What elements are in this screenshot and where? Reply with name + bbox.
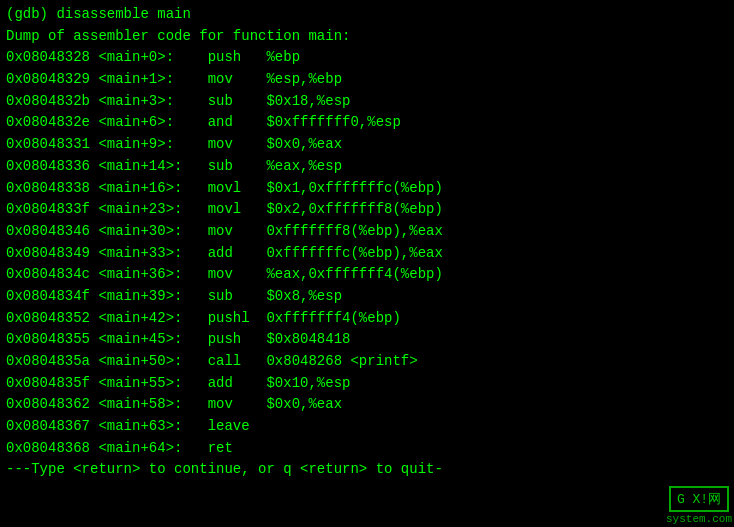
terminal-line: 0x08048368 <main+64>: ret [6,438,728,460]
terminal-line: 0x0804832e <main+6>: and $0xfffffff0,%es… [6,112,728,134]
terminal-line: 0x08048336 <main+14>: sub %eax,%esp [6,156,728,178]
watermark-url: system.com [666,513,732,525]
terminal-line: 0x08048367 <main+63>: leave [6,416,728,438]
terminal-line: 0x08048328 <main+0>: push %ebp [6,47,728,69]
terminal-line: (gdb) disassemble main [6,4,728,26]
terminal-line: 0x08048338 <main+16>: movl $0x1,0xffffff… [6,178,728,200]
terminal-line: 0x0804834c <main+36>: mov %eax,0xfffffff… [6,264,728,286]
terminal-line: 0x0804832b <main+3>: sub $0x18,%esp [6,91,728,113]
watermark: G X!网 system.com [666,486,732,525]
terminal-line: 0x08048352 <main+42>: pushl 0xfffffff4(%… [6,308,728,330]
terminal-line: 0x0804833f <main+23>: movl $0x2,0xffffff… [6,199,728,221]
terminal: (gdb) disassemble mainDump of assembler … [0,0,734,527]
terminal-line: Dump of assembler code for function main… [6,26,728,48]
terminal-line: 0x0804835f <main+55>: add $0x10,%esp [6,373,728,395]
terminal-line: ---Type <return> to continue, or q <retu… [6,459,728,481]
terminal-line: 0x0804834f <main+39>: sub $0x8,%esp [6,286,728,308]
terminal-line: 0x08048355 <main+45>: push $0x8048418 [6,329,728,351]
terminal-line: 0x08048362 <main+58>: mov $0x0,%eax [6,394,728,416]
terminal-line: 0x08048346 <main+30>: mov 0xfffffff8(%eb… [6,221,728,243]
watermark-label: G X!网 [669,486,729,512]
terminal-line: 0x08048329 <main+1>: mov %esp,%ebp [6,69,728,91]
terminal-line: 0x08048331 <main+9>: mov $0x0,%eax [6,134,728,156]
terminal-line: 0x0804835a <main+50>: call 0x8048268 <pr… [6,351,728,373]
terminal-line: 0x08048349 <main+33>: add 0xfffffffc(%eb… [6,243,728,265]
